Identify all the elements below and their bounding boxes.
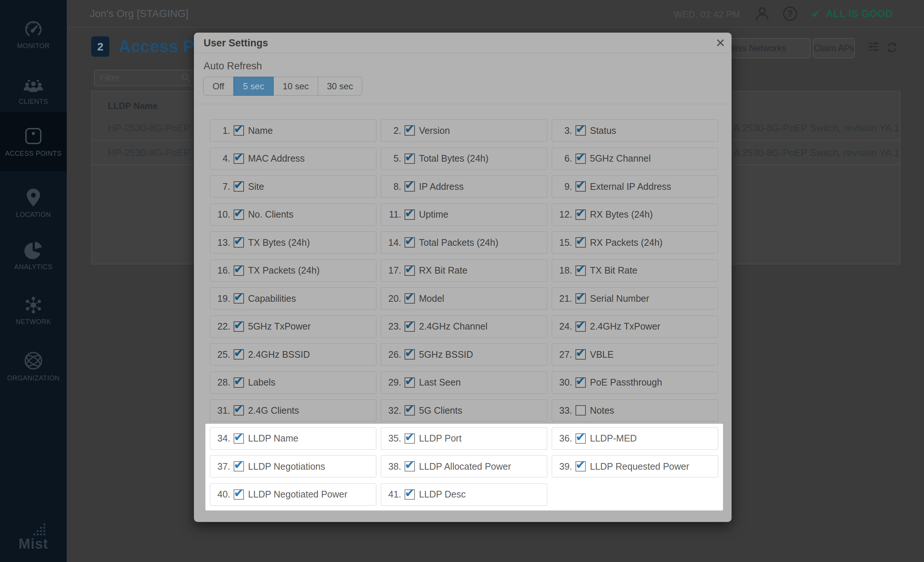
column-toggle-lldp-name[interactable]: 34.✔LLDP Name bbox=[210, 427, 376, 450]
close-icon[interactable]: ✕ bbox=[712, 35, 729, 51]
checkbox-checked[interactable]: ✔ bbox=[405, 210, 415, 220]
column-toggle-total-bytes-24h-[interactable]: 5.✔Total Bytes (24h) bbox=[381, 148, 547, 170]
column-toggle-total-packets-24h-[interactable]: 14.✔Total Packets (24h) bbox=[381, 231, 547, 253]
column-toggle-poe-passthrough[interactable]: 30.✔PoE Passthrough bbox=[552, 372, 718, 394]
checkbox-checked[interactable]: ✔ bbox=[405, 489, 415, 500]
checkbox-checked[interactable]: ✔ bbox=[576, 181, 586, 192]
help-icon[interactable]: ? bbox=[783, 7, 797, 21]
checkbox-checked[interactable]: ✔ bbox=[405, 153, 415, 164]
checkbox-checked[interactable]: ✔ bbox=[234, 378, 244, 388]
column-toggle-rx-bit-rate[interactable]: 17.✔RX Bit Rate bbox=[381, 259, 547, 282]
claim-aps-button[interactable]: Claim APs bbox=[813, 38, 855, 58]
column-toggle-mac-address[interactable]: 4.✔MAC Address bbox=[210, 148, 376, 170]
column-toggle-tx-bytes-24h-[interactable]: 13.✔TX Bytes (24h) bbox=[210, 231, 376, 253]
column-toggle-version[interactable]: 2.✔Version bbox=[381, 119, 547, 142]
checkbox-checked[interactable]: ✔ bbox=[405, 378, 415, 388]
refresh-icon[interactable] bbox=[886, 42, 898, 55]
auto-refresh-option-30-sec[interactable]: 30 sec bbox=[318, 77, 362, 96]
column-toggle-vble[interactable]: 27.✔VBLE bbox=[552, 343, 718, 366]
column-toggle-2-4ghz-bssid[interactable]: 25.✔2.4GHz BSSID bbox=[210, 343, 376, 366]
checkbox-checked[interactable]: ✔ bbox=[405, 265, 415, 276]
column-toggle-2-4g-clients[interactable]: 31.✔2.4G Clients bbox=[210, 399, 376, 421]
column-toggle-lldp-negotiations[interactable]: 37.✔LLDP Negotiations bbox=[210, 455, 376, 478]
column-toggle-tx-bit-rate[interactable]: 18.✔TX Bit Rate bbox=[552, 259, 718, 282]
checkbox-checked[interactable]: ✔ bbox=[576, 433, 586, 444]
column-toggle-lldp-med[interactable]: 36.✔LLDP-MED bbox=[552, 427, 718, 450]
column-toggle-uptime[interactable]: 11.✔Uptime bbox=[381, 204, 547, 226]
checkbox-checked[interactable]: ✔ bbox=[234, 293, 244, 304]
column-toggle-model[interactable]: 20.✔Model bbox=[381, 287, 547, 310]
column-toggle-lldp-allocated-power[interactable]: 38.✔LLDP Allocated Power bbox=[381, 455, 547, 478]
column-toggle-5ghz-channel[interactable]: 6.✔5GHz Channel bbox=[552, 148, 718, 170]
column-toggle-site[interactable]: 7.✔Site bbox=[210, 175, 376, 198]
checkbox-checked[interactable]: ✔ bbox=[234, 210, 244, 220]
checkbox-checked[interactable]: ✔ bbox=[576, 378, 586, 388]
sidebar-item-clients[interactable]: CLIENTS bbox=[0, 66, 67, 115]
checkbox-checked[interactable]: ✔ bbox=[576, 349, 586, 360]
checkbox-checked[interactable]: ✔ bbox=[234, 433, 244, 444]
column-toggle-no-clients[interactable]: 10.✔No. Clients bbox=[210, 204, 376, 226]
checkbox-checked[interactable]: ✔ bbox=[576, 293, 586, 304]
checkbox-checked[interactable]: ✔ bbox=[405, 321, 415, 332]
column-toggle-serial-number[interactable]: 21.✔Serial Number bbox=[552, 287, 718, 310]
sidebar-item-organization[interactable]: ORGANIZATION bbox=[0, 342, 67, 391]
column-toggle-name[interactable]: 1.✔Name bbox=[210, 119, 376, 142]
checkbox-checked[interactable]: ✔ bbox=[234, 321, 244, 332]
column-toggle-lldp-desc[interactable]: 41.✔LLDP Desc bbox=[381, 483, 547, 506]
column-toggle-last-seen[interactable]: 29.✔Last Seen bbox=[381, 372, 547, 394]
sidebar-item-location[interactable]: LOCATION bbox=[0, 179, 67, 228]
column-toggle-lldp-port[interactable]: 35.✔LLDP Port bbox=[381, 427, 547, 450]
column-toggle-5g-clients[interactable]: 32.✔5G Clients bbox=[381, 399, 547, 421]
column-toggle-capabilities[interactable]: 19.✔Capabilities bbox=[210, 287, 376, 310]
sidebar-item-analytics[interactable]: ANALYTICS bbox=[0, 231, 67, 280]
auto-refresh-option-10-sec[interactable]: 10 sec bbox=[274, 77, 318, 96]
checkbox-checked[interactable]: ✔ bbox=[405, 461, 415, 472]
checkbox-checked[interactable]: ✔ bbox=[234, 153, 244, 164]
checkbox-checked[interactable]: ✔ bbox=[234, 237, 244, 248]
checkbox-checked[interactable]: ✔ bbox=[576, 210, 586, 220]
column-toggle-rx-packets-24h-[interactable]: 15.✔RX Packets (24h) bbox=[552, 231, 718, 253]
column-toggle-lldp-requested-power[interactable]: 39.✔LLDP Requested Power bbox=[552, 455, 718, 478]
table-settings-sliders-icon[interactable] bbox=[868, 42, 879, 53]
column-toggle-status[interactable]: 3.✔Status bbox=[552, 119, 718, 142]
column-toggle-5ghz-bssid[interactable]: 26.✔5GHz BSSID bbox=[381, 343, 547, 366]
checkbox-checked[interactable]: ✔ bbox=[234, 461, 244, 472]
column-toggle-5ghz-txpower[interactable]: 22.✔5GHz TxPower bbox=[210, 315, 376, 338]
checkbox-checked[interactable]: ✔ bbox=[234, 265, 244, 276]
column-toggle-2-4ghz-channel[interactable]: 23.✔2.4GHz Channel bbox=[381, 315, 547, 338]
checkbox-checked[interactable]: ✔ bbox=[405, 237, 415, 248]
checkbox-checked[interactable]: ✔ bbox=[405, 405, 415, 415]
checkbox-unchecked[interactable] bbox=[576, 405, 586, 415]
column-toggle-rx-bytes-24h-[interactable]: 12.✔RX Bytes (24h) bbox=[552, 204, 718, 226]
filter-input[interactable] bbox=[94, 70, 195, 86]
column-toggle-tx-packets-24h-[interactable]: 16.✔TX Packets (24h) bbox=[210, 259, 376, 282]
sidebar-item-access-points[interactable]: ACCESS POINTS bbox=[0, 112, 67, 171]
sidebar-item-network[interactable]: NETWORK bbox=[0, 286, 67, 335]
checkbox-checked[interactable]: ✔ bbox=[576, 237, 586, 248]
sidebar-item-monitor[interactable]: MONITOR bbox=[0, 10, 67, 59]
checkbox-checked[interactable]: ✔ bbox=[405, 125, 415, 136]
checkbox-checked[interactable]: ✔ bbox=[576, 125, 586, 136]
checkbox-checked[interactable]: ✔ bbox=[405, 349, 415, 360]
checkbox-checked[interactable]: ✔ bbox=[576, 461, 586, 472]
checkbox-checked[interactable]: ✔ bbox=[234, 405, 244, 415]
column-toggle-external-ip-address[interactable]: 9.✔External IP Address bbox=[552, 175, 718, 198]
checkbox-checked[interactable]: ✔ bbox=[405, 181, 415, 192]
column-toggle-ip-address[interactable]: 8.✔IP Address bbox=[381, 175, 547, 198]
checkbox-checked[interactable]: ✔ bbox=[576, 153, 586, 164]
checkbox-checked[interactable]: ✔ bbox=[405, 433, 415, 444]
checkbox-checked[interactable]: ✔ bbox=[576, 321, 586, 332]
column-toggle-2-4ghz-txpower[interactable]: 24.✔2.4GHz TxPower bbox=[552, 315, 718, 338]
column-toggle-labels[interactable]: 28.✔Labels bbox=[210, 372, 376, 394]
checkbox-checked[interactable]: ✔ bbox=[234, 489, 244, 500]
user-account-icon[interactable] bbox=[756, 7, 769, 22]
checkbox-checked[interactable]: ✔ bbox=[234, 125, 244, 136]
auto-refresh-option-5-sec[interactable]: 5 sec bbox=[234, 77, 274, 96]
checkbox-checked[interactable]: ✔ bbox=[234, 181, 244, 192]
checkbox-checked[interactable]: ✔ bbox=[576, 265, 586, 276]
checkbox-checked[interactable]: ✔ bbox=[234, 349, 244, 360]
status-badge[interactable]: ✔ ALL IS GOOD bbox=[811, 7, 893, 20]
auto-refresh-option-off[interactable]: Off bbox=[203, 77, 234, 96]
column-toggle-lldp-negotiated-power[interactable]: 40.✔LLDP Negotiated Power bbox=[210, 483, 376, 506]
column-toggle-notes[interactable]: 33.Notes bbox=[552, 399, 718, 421]
